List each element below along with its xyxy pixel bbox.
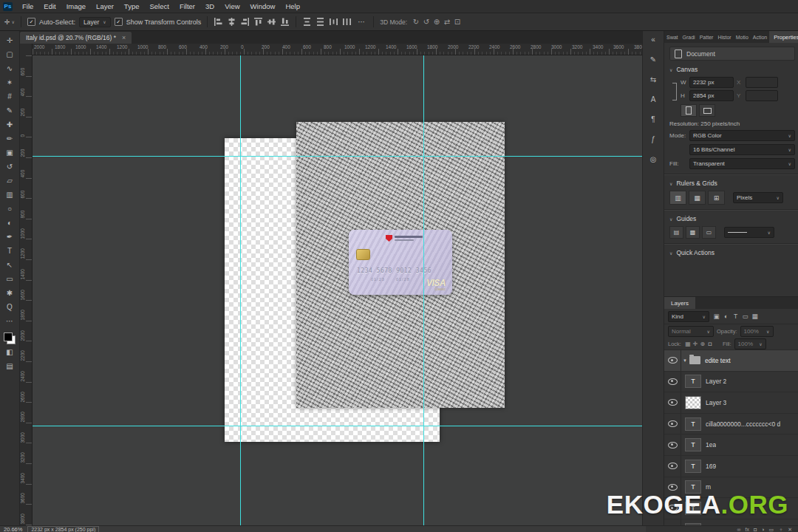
align-vertical-centers-button[interactable] <box>267 17 276 27</box>
link-layers-icon[interactable]: ∞ <box>737 527 741 532</box>
3d-rotate-icon[interactable]: ↻ <box>411 18 421 26</box>
filter-shape-layers-icon[interactable]: ▭ <box>740 313 750 320</box>
menu-item[interactable]: Filter <box>174 1 200 13</box>
filter-type-layers-icon[interactable]: T <box>731 313 740 320</box>
clone-stamp-tool[interactable]: ▣ <box>1 146 18 160</box>
y-field[interactable] <box>746 90 778 101</box>
healing-brush-tool[interactable]: ✚ <box>1 117 18 132</box>
hand-tool[interactable]: ✱ <box>1 286 18 300</box>
layer-row[interactable]: ▼ cilla0000000...ccccccc<0 d <box>664 414 798 435</box>
clear-guides-button[interactable]: ▭ <box>702 226 716 239</box>
tab-layers[interactable]: Layers <box>664 297 695 309</box>
align-bottom-edges-button[interactable] <box>280 17 290 27</box>
history-panel-icon[interactable]: ⇆ <box>646 73 661 85</box>
adjustment-layer-icon[interactable]: ◑ <box>761 527 764 532</box>
layer-row[interactable]: ▼ edite text <box>664 350 798 372</box>
distribute-centers-h-button[interactable] <box>342 17 352 27</box>
units-dropdown[interactable]: Pixels ∨ <box>733 192 783 203</box>
ruler-origin-corner[interactable] <box>20 44 33 56</box>
delete-layer-icon[interactable]: ✕ <box>788 527 792 532</box>
align-more-icon[interactable]: ⋯ <box>355 18 367 26</box>
layer-name[interactable]: Layer 3 <box>706 399 726 406</box>
add-guide-button[interactable]: ▤ <box>669 226 683 239</box>
menu-item[interactable]: 3D <box>200 1 219 13</box>
zoom-level[interactable]: 20.66% <box>4 526 22 532</box>
guide-vertical-left[interactable] <box>240 55 241 525</box>
guide-vertical-right[interactable] <box>423 55 424 525</box>
align-right-edges-button[interactable] <box>240 17 250 27</box>
quick-mask-icon[interactable]: ◧ <box>1 345 18 359</box>
layer-fill-dropdown[interactable]: 100% ∨ <box>734 338 766 349</box>
panel-tab[interactable]: Histor <box>715 31 733 43</box>
magic-wand-tool[interactable]: ✶ <box>1 75 18 89</box>
layer-effects-icon[interactable]: fx <box>746 527 749 532</box>
bit-depth-dropdown[interactable]: 16 Bits/Channel ∨ <box>689 144 795 155</box>
new-layer-icon[interactable]: ＋ <box>778 526 783 532</box>
menu-item[interactable]: Image <box>61 1 91 13</box>
filter-kind-dropdown[interactable]: Kind ∨ <box>668 311 709 322</box>
guide-layout-button[interactable]: ▩ <box>686 226 700 239</box>
visibility-toggle[interactable] <box>664 372 681 392</box>
layer-thumbnail[interactable] <box>685 396 701 409</box>
tool-preset-picker[interactable]: ✛ ∨ <box>4 18 15 26</box>
group-expand-caret-icon[interactable]: ▼ <box>681 358 689 363</box>
guide-horizontal-top[interactable] <box>33 156 642 157</box>
layer-row[interactable]: ▼ Layer 2 <box>664 372 798 393</box>
guides-section-header[interactable]: ∨ Guides <box>669 215 795 222</box>
layer-name[interactable]: edite text <box>705 357 731 364</box>
x-field[interactable] <box>746 77 778 88</box>
layer-name[interactable]: cilla0000000...ccccccc<0 d <box>706 420 780 428</box>
rulers-grids-section-header[interactable]: ∨ Rulers & Grids <box>669 180 795 187</box>
visibility-toggle[interactable] <box>664 519 681 525</box>
quick-actions-section-header[interactable]: ∨ Quick Actions <box>669 249 795 256</box>
eyedropper-tool[interactable]: ✎ <box>1 103 18 117</box>
blur-tool[interactable]: ○ <box>1 202 18 216</box>
layer-row[interactable]: ▼ 169 <box>664 456 798 477</box>
panel-tab[interactable]: Gradi <box>681 31 698 43</box>
tab-properties[interactable]: Properties <box>769 31 798 43</box>
visibility-toggle[interactable] <box>664 414 681 434</box>
pen-tool[interactable]: ✒ <box>1 230 18 244</box>
document-tab[interactable]: Italy id.psd @ 20.7% (RGB/16) * × <box>20 32 132 44</box>
3d-drag-icon[interactable]: ⊕ <box>432 18 442 26</box>
visibility-toggle[interactable] <box>664 392 681 413</box>
toggle-grid-button[interactable]: ▦ <box>689 191 706 205</box>
align-top-edges-button[interactable] <box>253 17 263 27</box>
dodge-tool[interactable]: ◐ <box>1 216 18 230</box>
lock-all-icon[interactable]: ◘ <box>706 341 714 347</box>
document-type-chip[interactable]: Document <box>669 47 795 61</box>
new-group-icon[interactable]: ▭ <box>769 527 774 532</box>
opacity-dropdown[interactable]: 100% ∨ <box>740 326 774 337</box>
filter-adjustment-layers-icon[interactable]: ◐ <box>721 313 731 320</box>
lock-position-icon[interactable]: ⊕ <box>699 341 706 347</box>
screen-mode-icon[interactable]: ▤ <box>1 359 18 373</box>
vertical-ruler[interactable]: 6004002000200400600800100012001400160018… <box>20 55 33 525</box>
width-field[interactable]: 2232 px <box>689 77 734 88</box>
menu-item[interactable]: Edit <box>38 1 61 13</box>
canvas-section-header[interactable]: ∨ Canvas <box>669 66 795 73</box>
panel-tab[interactable]: Action <box>751 31 769 43</box>
menu-item[interactable]: Select <box>144 1 174 13</box>
type-tool[interactable]: T <box>1 244 18 258</box>
menu-item[interactable]: Type <box>119 1 145 13</box>
layer-thumbnail[interactable] <box>685 438 701 451</box>
layer-thumbnail[interactable] <box>689 356 700 364</box>
distribute-centers-v-button[interactable] <box>316 17 325 27</box>
layer-thumbnail[interactable] <box>685 417 701 431</box>
layer-name[interactable]: 169 <box>706 463 716 470</box>
color-swatches[interactable] <box>3 332 16 345</box>
distribute-horizontal-button[interactable] <box>329 17 338 27</box>
align-left-edges-button[interactable] <box>214 17 223 27</box>
layer-thumbnail[interactable] <box>685 460 701 473</box>
panel-tab[interactable]: Motio <box>734 31 751 43</box>
brush-tool[interactable]: ✏ <box>1 132 18 146</box>
panel-tab[interactable]: Patter <box>698 31 716 43</box>
auto-select-target-dropdown[interactable]: Layer ∨ <box>79 17 111 27</box>
layer-row[interactable]: ▼ Layer 3 <box>664 392 798 414</box>
collapse-panels-icon[interactable]: « <box>646 33 661 45</box>
visibility-toggle[interactable] <box>664 350 681 371</box>
panel-tab[interactable]: Swat <box>664 31 681 43</box>
edit-toolbar-icon[interactable]: ⋯ <box>1 314 18 328</box>
filter-pixel-layers-icon[interactable]: ▣ <box>712 313 721 320</box>
landscape-orientation-button[interactable] <box>699 104 715 117</box>
